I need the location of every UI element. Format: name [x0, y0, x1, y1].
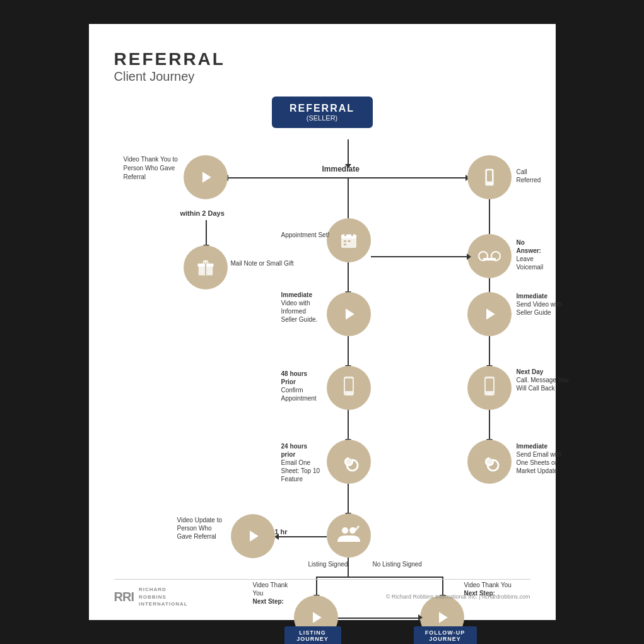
phone-icon	[479, 167, 500, 187]
line-listing-down-left	[348, 558, 349, 577]
group-icon	[336, 524, 361, 547]
svg-marker-29	[250, 530, 259, 542]
svg-point-21	[348, 393, 349, 395]
label-video-thank-you: Video Thank You to Person Who Gave Refer…	[124, 155, 180, 182]
page: REFERRAL Client Journey REFERRAL (SELLER…	[89, 24, 556, 620]
label-listing-signed: Listing Signed	[308, 560, 348, 568]
voicemail-icon	[478, 249, 501, 263]
footer: RRI RICHARD ROBBINS INTERNATIONAL © Rich…	[114, 579, 530, 607]
line-video-down	[348, 336, 349, 366]
label-immediate-video-text: Immediate Video with Informed Seller Gui…	[281, 291, 322, 324]
circle-video-thankyou	[184, 155, 228, 199]
circle-gift	[184, 245, 228, 290]
label-24hr: 24 hours prior Email One Sheet: Top 10 F…	[281, 442, 322, 483]
footer-copyright: © Richard Robbins International Inc. | r…	[386, 594, 530, 600]
referral-box: REFERRAL (SELLER)	[272, 97, 373, 128]
line-appointment-to-voicemail	[371, 256, 467, 257]
circle-24hr-email	[327, 440, 371, 484]
play-icon-3	[480, 305, 499, 324]
line-to-video-update	[278, 536, 327, 537]
svg-point-3	[488, 182, 490, 184]
footer-logo: RRI RICHARD ROBBINS INTERNATIONAL	[114, 586, 188, 607]
line-48hr-down	[348, 410, 349, 440]
play-icon	[196, 168, 215, 187]
listing-journey-btn[interactable]: LISTING JOURNEY	[284, 626, 341, 644]
rri-logo-icon: RRI	[114, 590, 134, 604]
footer-logo-text: RICHARD ROBBINS INTERNATIONAL	[139, 586, 188, 607]
phone-icon-3	[481, 377, 498, 399]
line-ref-to-immediate	[348, 139, 349, 165]
svg-marker-30	[313, 612, 322, 623]
at-icon	[338, 451, 360, 472]
line-2days	[206, 220, 207, 245]
play-icon-5	[307, 608, 325, 627]
play-icon-2	[339, 305, 358, 324]
svg-rect-23	[486, 378, 493, 391]
svg-rect-11	[341, 235, 356, 239]
label-no-answer: No Answer: Leave Voicemail	[517, 238, 544, 271]
line-right-down-3	[489, 410, 490, 440]
title-section: REFERRAL Client Journey	[114, 49, 530, 84]
circle-video-update	[231, 514, 275, 558]
circle-voicemail	[467, 234, 512, 278]
svg-marker-31	[439, 612, 448, 623]
calendar-icon	[339, 230, 359, 250]
svg-rect-16	[344, 243, 346, 245]
page-subtitle: Client Journey	[114, 69, 530, 84]
label-next-day: Next Day Call. Message You Will Call Bac…	[517, 368, 573, 392]
circle-next-day-phone	[467, 366, 512, 410]
line-listing-h-split	[316, 577, 442, 578]
phone-icon-2	[340, 377, 358, 399]
svg-point-27	[342, 527, 348, 534]
svg-rect-2	[487, 170, 492, 181]
circle-immediate-video	[327, 292, 371, 336]
label-within-2-days: within 2 Days	[180, 209, 225, 218]
label-immediate-send-video: Immediate Send Video with Seller Guide	[517, 292, 573, 317]
svg-marker-0	[202, 172, 211, 183]
label-call-referred: Call Referred	[517, 168, 541, 184]
circle-immediate-send-video	[467, 292, 512, 336]
svg-rect-14	[344, 240, 346, 242]
line-right-down-2	[489, 336, 490, 366]
gift-icon	[196, 258, 215, 277]
label-no-listing-signed: No Listing Signed	[373, 560, 422, 568]
referral-box-title: REFERRAL	[284, 103, 360, 114]
line-appointment-down	[348, 262, 349, 292]
label-immediate-send-email: Immediate Send Email with One Sheets or …	[517, 442, 573, 475]
svg-point-24	[488, 393, 490, 395]
label-48hr: 48 hours Prior Confirm Appointment	[281, 370, 322, 402]
circle-48hr-phone	[327, 366, 371, 410]
line-to-phone	[465, 177, 466, 179]
svg-marker-17	[346, 308, 354, 320]
label-video-update: Video Update to Person Who Gave Referral	[177, 516, 228, 541]
line-between-bottom	[338, 618, 420, 619]
circle-immediate-email	[467, 440, 512, 484]
circle-appointment	[327, 218, 371, 262]
label-immediate: Immediate	[322, 165, 360, 175]
line-email-down	[348, 484, 349, 513]
play-icon-4	[243, 527, 262, 546]
flowchart: REFERRAL (SELLER) Immediate Video Thank …	[114, 97, 530, 601]
play-icon-6	[433, 608, 452, 627]
svg-rect-6	[483, 258, 496, 261]
page-title: REFERRAL	[114, 49, 530, 69]
svg-rect-15	[348, 240, 350, 242]
svg-rect-20	[345, 378, 353, 391]
line-phone-down	[489, 199, 490, 234]
line-center-main	[348, 177, 349, 218]
circle-listing-group	[327, 513, 371, 558]
line-to-video	[228, 177, 229, 179]
referral-box-subtitle: (SELLER)	[284, 114, 360, 122]
svg-marker-18	[486, 308, 495, 320]
label-mail-note: Mail Note or Small Gift	[231, 259, 294, 267]
at-icon-2	[479, 451, 500, 472]
label-appointment: Appointment Set!	[281, 231, 330, 239]
followup-journey-btn[interactable]: FOLLOW-UP JOURNEY	[414, 626, 477, 644]
arrow-right-bottom	[418, 614, 423, 621]
circle-phone	[467, 155, 512, 199]
